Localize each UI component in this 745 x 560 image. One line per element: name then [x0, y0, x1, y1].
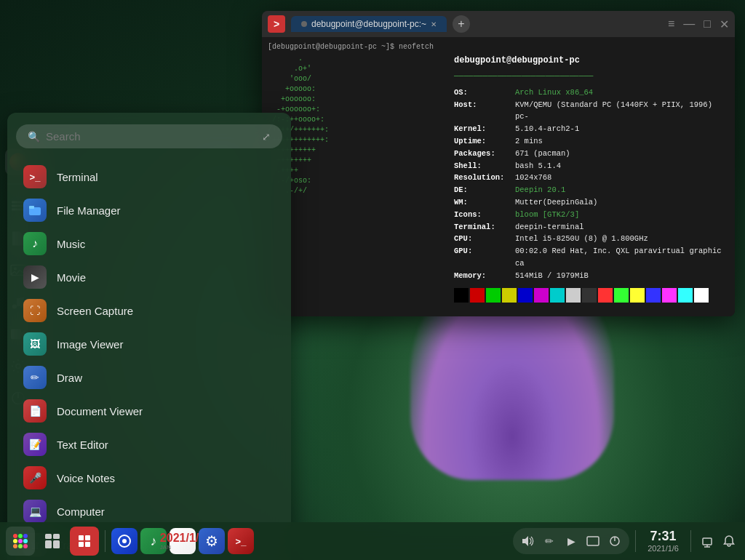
voice-notes-icon: 🎤: [23, 466, 47, 489]
taskbar-store-icon[interactable]: [111, 528, 138, 554]
maximize-button[interactable]: □: [704, 17, 711, 31]
info-divider: ─────────────────────────────: [454, 71, 729, 84]
close-button[interactable]: ✕: [720, 17, 729, 31]
pen-button[interactable]: ✏: [539, 531, 559, 551]
screen-capture-icon: ⛶: [23, 299, 47, 322]
app-label-text-editor: Text Editor: [57, 439, 108, 451]
taskbar-multitask-icon[interactable]: [38, 527, 67, 556]
movie-icon: ▶: [23, 265, 47, 289]
terminal-tab[interactable]: debugpoint@debugpoint-pc:~ ✕: [291, 16, 447, 32]
taskbar-calendar-icon[interactable]: 2021/1/6 JAN: [170, 528, 196, 554]
app-label-movie: Movie: [57, 271, 86, 284]
svg-rect-28: [85, 542, 90, 547]
music-icon: ♪: [23, 232, 47, 255]
app-label-draw: Draw: [57, 372, 82, 384]
svg-point-14: [23, 534, 28, 538]
svg-point-18: [13, 544, 17, 548]
neofetch-ascii: . .o+' 'ooo/ +ooooo: +oooooo: -+oooooo+:…: [268, 54, 442, 311]
system-tray: [697, 531, 739, 551]
app-label-music: Music: [57, 238, 85, 250]
taskbar-app-drawer-icon[interactable]: [70, 527, 99, 556]
file-manager-icon: [23, 199, 47, 222]
hostname: debugpoint@debugpoint-pc: [454, 54, 729, 68]
draw-icon: ✏: [23, 366, 47, 389]
search-icon: 🔍: [28, 131, 40, 143]
document-viewer-icon: 📄: [23, 399, 47, 423]
svg-rect-21: [45, 534, 52, 539]
add-tab-button[interactable]: +: [453, 15, 470, 33]
svg-rect-27: [79, 542, 84, 547]
taskbar-separator-1: [105, 530, 105, 552]
search-input[interactable]: [46, 130, 256, 143]
terminal-window: debugpoint@debugpoint-pc:~ ✕ + ≡ — □ ✕ […: [262, 11, 735, 316]
svg-rect-23: [45, 540, 52, 548]
app-label-voice-notes: Voice Notes: [57, 472, 115, 484]
taskbar-separator-2: [635, 530, 636, 552]
text-editor-icon: 📝: [23, 433, 47, 456]
svg-point-30: [122, 539, 127, 543]
svg-point-13: [18, 534, 23, 538]
svg-rect-24: [53, 540, 60, 548]
computer-icon: 💻: [23, 500, 47, 523]
terminal-tab-label: debugpoint@debugpoint-pc:~: [311, 19, 426, 29]
color-swatches: [454, 288, 729, 303]
svg-point-16: [18, 539, 23, 543]
neofetch-info: debugpoint@debugpoint-pc ───────────────…: [454, 54, 729, 311]
svg-rect-1: [29, 206, 34, 209]
minimize-button[interactable]: —: [683, 17, 695, 31]
app-item-text-editor[interactable]: 📝 Text Editor: [16, 428, 282, 461]
terminal-app-icon: [268, 15, 285, 33]
svg-rect-26: [85, 535, 90, 540]
svg-marker-31: [522, 536, 528, 546]
volume-button[interactable]: [517, 531, 538, 551]
app-label-file-manager: File Manager: [57, 204, 121, 217]
app-item-movie[interactable]: ▶ Movie: [16, 260, 282, 294]
svg-point-15: [13, 539, 17, 543]
app-label-terminal: Terminal: [57, 171, 98, 183]
app-label-screen-capture: Screen Capture: [57, 305, 133, 317]
expand-icon[interactable]: ⤢: [262, 131, 271, 143]
app-label-document-viewer: Document Viewer: [57, 405, 143, 417]
svg-point-12: [13, 534, 17, 538]
svg-rect-25: [79, 535, 84, 540]
clock-date: 2021/1/6: [648, 544, 679, 553]
svg-point-17: [23, 539, 28, 543]
taskbar-settings-icon[interactable]: ⚙: [199, 528, 225, 554]
window-button[interactable]: [583, 531, 603, 551]
app-launcher: 🔍 ⤢ >_ Terminal File Manager ♪ Music ▶ M…: [7, 113, 291, 560]
app-item-document-viewer[interactable]: 📄 Document Viewer: [16, 394, 282, 428]
app-item-terminal[interactable]: >_ Terminal: [16, 160, 282, 193]
power-button[interactable]: [605, 531, 625, 551]
media-controls: ✏ ▶: [513, 528, 629, 554]
menu-button[interactable]: ≡: [668, 17, 674, 31]
terminal-prompt-line: [debugpoint@debugpoint-pc ~]$ neofetch: [268, 43, 729, 51]
svg-rect-35: [703, 538, 712, 545]
app-item-file-manager[interactable]: File Manager: [16, 193, 282, 227]
notification-tray-icon[interactable]: [719, 531, 739, 551]
taskbar-launcher-icon[interactable]: [6, 527, 35, 556]
terminal-titlebar: debugpoint@debugpoint-pc:~ ✕ + ≡ — □ ✕: [262, 11, 735, 37]
app-label-image-viewer: Image Viewer: [57, 338, 123, 351]
svg-rect-22: [53, 534, 60, 539]
app-item-draw[interactable]: ✏ Draw: [16, 361, 282, 394]
tab-indicator: [301, 21, 307, 27]
app-list: >_ Terminal File Manager ♪ Music ▶ Movie…: [16, 160, 282, 560]
image-viewer-icon: 🖼: [23, 332, 47, 356]
terminal-content[interactable]: [debugpoint@debugpoint-pc ~]$ neofetch .…: [262, 37, 735, 316]
app-item-image-viewer[interactable]: 🖼 Image Viewer: [16, 327, 282, 361]
app-item-screen-capture[interactable]: ⛶ Screen Capture: [16, 294, 282, 327]
network-tray-icon[interactable]: [697, 531, 717, 551]
play-button[interactable]: ▶: [561, 531, 581, 551]
app-label-computer: Computer: [57, 505, 105, 518]
taskbar-clock[interactable]: 7:31 2021/1/6: [642, 529, 685, 553]
app-item-voice-notes[interactable]: 🎤 Voice Notes: [16, 461, 282, 495]
taskbar-terminal-icon[interactable]: >_: [228, 528, 254, 554]
terminal-icon: >_: [23, 165, 47, 188]
app-item-music[interactable]: ♪ Music: [16, 227, 282, 260]
clock-time: 7:31: [648, 529, 679, 544]
tab-close-icon[interactable]: ✕: [431, 20, 437, 28]
svg-point-20: [23, 544, 28, 548]
svg-rect-32: [587, 537, 599, 545]
taskbar-separator-3: [690, 530, 691, 552]
search-bar[interactable]: 🔍 ⤢: [16, 124, 282, 148]
